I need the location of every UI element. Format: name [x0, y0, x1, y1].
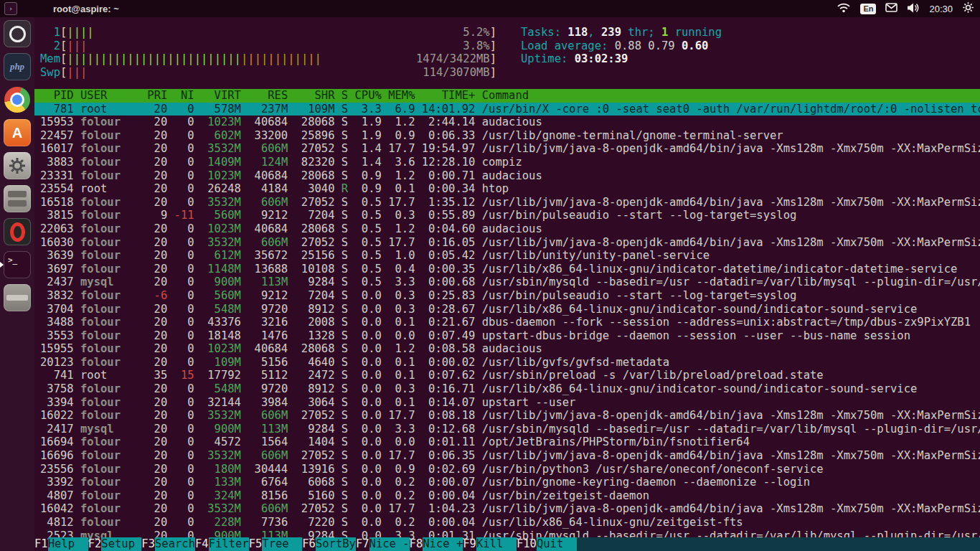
column-header-s[interactable]: S — [341, 89, 348, 103]
process-row[interactable]: 16022folour2003532M606M27052S0.017.70:08… — [34, 409, 980, 423]
cell-pri: 9 — [147, 209, 167, 222]
process-row[interactable]: 3392folour200133M67646068S0.00.20:00.07/… — [34, 476, 980, 489]
column-header-ni[interactable]: NI — [174, 89, 194, 103]
process-row[interactable]: 23331folour2001023M4068428068S0.91.20:00… — [34, 169, 980, 183]
cell-user: folour — [80, 489, 141, 503]
launcher-item-chromium[interactable] — [0, 83, 34, 116]
process-row[interactable]: 3758folour200548M97208912S0.00.30:16.71/… — [34, 382, 980, 396]
process-row[interactable]: 3697folour2001148M1368810108S0.50.40:00.… — [34, 263, 980, 276]
launcher-item-php[interactable]: php — [0, 50, 34, 83]
process-row[interactable]: 20123folour200109M51564640S0.00.10:00.02… — [34, 356, 980, 369]
process-row[interactable]: 16694folour200457215641404S0.00.00:01.11… — [34, 435, 980, 449]
opera-icon — [4, 218, 31, 245]
process-row[interactable]: 3488folour2004337632162008S0.00.10:21.67… — [34, 316, 980, 329]
cell-time: 0:21.67 — [422, 316, 476, 329]
process-row[interactable]: 741root35151779251122472S0.00.10:07.62/u… — [34, 369, 980, 382]
session-gear-icon[interactable] — [962, 1, 974, 16]
fkey-search[interactable]: F3Search — [141, 537, 195, 551]
cell-user: mysql — [80, 423, 141, 436]
column-header-mem[interactable]: MEM% — [388, 89, 415, 103]
fkey-quit[interactable]: F10Quit — [517, 537, 577, 551]
cell-virt: 17792 — [201, 369, 241, 382]
process-row[interactable]: 15955folour2001023M4068428068S0.01.20:08… — [34, 342, 980, 356]
process-row[interactable]: 23554root2002624841843040R0.90.10:00.34h… — [34, 182, 980, 196]
column-header-virt[interactable]: VIRT — [201, 89, 241, 103]
cell-cpu: 0.5 — [355, 263, 382, 276]
cell-shr: 109M — [295, 103, 335, 116]
mail-icon[interactable] — [885, 3, 897, 14]
process-row[interactable]: 16030folour2003532M606M27052S0.517.70:16… — [34, 236, 980, 250]
wifi-icon[interactable] — [837, 2, 851, 15]
cell-pri: 20 — [147, 502, 167, 516]
fkey-tree[interactable]: F5Tree — [249, 537, 303, 551]
process-row[interactable]: 3639folour200612M3567225156S0.51.00:05.4… — [34, 249, 980, 263]
process-row[interactable]: 2417mysql200900M113M9284S0.03.30:12.68/u… — [34, 423, 980, 436]
process-row[interactable]: 16017folour2003532M606M27052S1.417.719:5… — [34, 142, 980, 156]
cell-time: 0:55.89 — [422, 209, 476, 222]
fkey-sortby[interactable]: F6SortBy — [302, 537, 356, 551]
process-row[interactable]: 3832folour-60560M92127204S0.00.30:25.83/… — [34, 289, 980, 303]
process-row[interactable]: 16042folour2003532M606M27052S0.017.71:04… — [34, 502, 980, 516]
fkey-nice[interactable]: F8Nice + — [410, 537, 463, 551]
cell-virt: 43376 — [201, 316, 241, 329]
process-row[interactable]: 4807folour200324M81565160S0.00.20:00.04/… — [34, 489, 980, 503]
fkey-kill[interactable]: F9Kill — [463, 537, 517, 551]
fkey-setup[interactable]: F2Setup — [88, 537, 142, 551]
column-header-pid[interactable]: PID — [40, 89, 74, 103]
cell-s: S — [341, 249, 348, 263]
process-row[interactable]: 22457folour200602M3320025896S1.90.90:06.… — [34, 129, 980, 143]
launcher-item-archive[interactable] — [0, 281, 34, 314]
cell-time: 0:07.62 — [422, 369, 476, 382]
column-header-time[interactable]: TIME+ — [422, 89, 476, 103]
process-row[interactable]: 23556folour200180M3044413916S0.00.90:02.… — [34, 463, 980, 476]
cell-pri: 20 — [147, 356, 167, 369]
launcher-item-dash-home[interactable] — [0, 17, 34, 50]
launcher-item-terminal[interactable]: >_ — [0, 248, 34, 281]
cell-virt: 3532M — [201, 236, 241, 250]
column-header-res[interactable]: RES — [248, 89, 288, 103]
process-row[interactable]: 3883folour2001409M124M82320S1.43.612:28.… — [34, 156, 980, 169]
process-row[interactable]: 2437mysql200900M113M9284S0.53.30:00.68/u… — [34, 276, 980, 289]
fkey-filter[interactable]: F4Filter — [195, 537, 249, 551]
cell-virt: 3532M — [201, 502, 241, 516]
column-header-user[interactable]: USER — [80, 89, 141, 103]
process-row[interactable]: 15953folour2001023M4068428068S1.91.22:44… — [34, 116, 980, 129]
fkey-nice[interactable]: F7Nice - — [356, 537, 410, 551]
cell-user: folour — [80, 129, 141, 143]
launcher-item-software-center[interactable]: A — [0, 116, 34, 149]
cell-mem: 0.3 — [388, 303, 415, 316]
column-header-pri[interactable]: PRI — [147, 89, 167, 103]
keyboard-layout-indicator[interactable]: En — [860, 4, 876, 14]
sound-icon[interactable] — [907, 3, 920, 15]
cell-pri: 20 — [147, 196, 167, 209]
cell-mem: 17.7 — [388, 196, 415, 209]
cell-s: S — [341, 329, 348, 343]
column-header-cpu[interactable]: CPU% — [355, 89, 382, 103]
focused-app-icon[interactable]: › — [4, 2, 17, 15]
launcher-item-files[interactable] — [0, 182, 34, 215]
column-header-command[interactable]: Command — [482, 89, 980, 103]
process-row[interactable]: 3815folour9-11560M92127204S0.50.30:55.89… — [34, 209, 980, 222]
process-row[interactable]: 16696folour2003532M606M27052S0.017.70:06… — [34, 449, 980, 463]
launcher-item-settings[interactable] — [0, 149, 34, 182]
cell-shr: 1328 — [295, 329, 335, 343]
process-row[interactable]: 3394folour2003214439843064S0.00.10:14.07… — [34, 396, 980, 410]
process-row[interactable]: 3704folour200548M97208912S0.00.30:28.67/… — [34, 303, 980, 316]
cell-mem: 1.2 — [388, 222, 415, 236]
process-row[interactable]: 4812folour200228M77367220S0.00.20:00.04/… — [34, 516, 980, 529]
process-row[interactable]: 3553folour2001814814761328S0.00.00:07.49… — [34, 329, 980, 343]
cell-shr: 2008 — [295, 316, 335, 329]
launcher-item-opera[interactable] — [0, 215, 34, 248]
htop-header: 1[||||5.2%]2[|||3.8%]Mem[|||||||||||||||… — [34, 17, 980, 79]
cell-res: 13688 — [248, 263, 288, 276]
process-row[interactable]: 16518folour2003532M606M27052S0.517.71:35… — [34, 196, 980, 209]
process-row[interactable]: 22063folour2001023M4068428068S0.51.20:04… — [34, 222, 980, 236]
column-header-shr[interactable]: SHR — [295, 89, 335, 103]
cell-user: folour — [80, 222, 141, 236]
cell-user: folour — [80, 516, 141, 529]
fkey-help[interactable]: F1Help — [34, 537, 88, 551]
cell-res: 40684 — [248, 222, 288, 236]
process-row[interactable]: 781root200578M237M109MS3.36.914:01.92/us… — [34, 103, 980, 116]
cell-mem: 0.9 — [388, 463, 415, 476]
clock[interactable]: 20:30 — [929, 4, 953, 14]
